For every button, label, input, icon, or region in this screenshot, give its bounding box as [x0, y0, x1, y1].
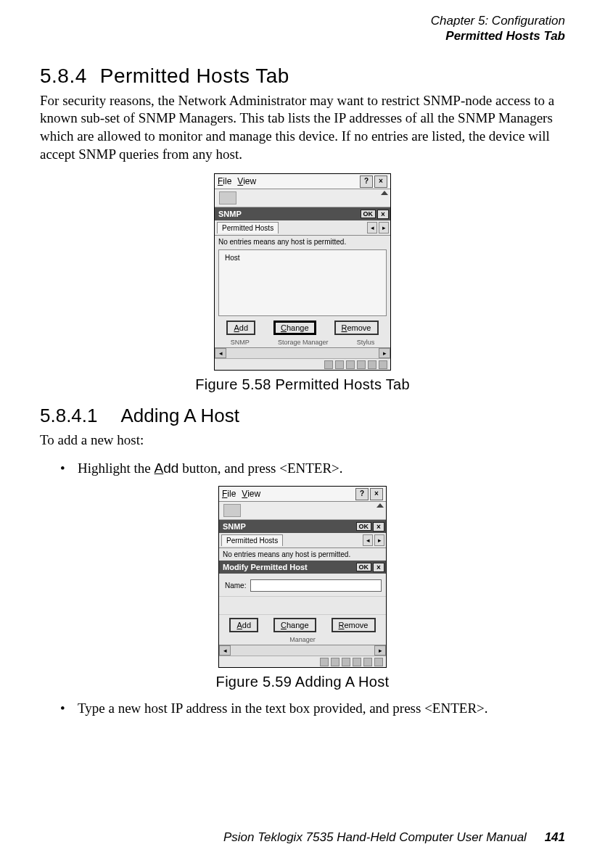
change-button[interactable]: Change — [273, 618, 316, 632]
bullet-1-post: button, and press <ENTER>. — [178, 460, 342, 476]
screenshot-window-a: File View ? × SNMP OK × Permitted Hosts … — [214, 173, 391, 371]
button-row: Add Change Remove — [215, 318, 390, 339]
screenshot-window-b: File View ? × SNMP OK × Permitted Hosts … — [218, 486, 387, 668]
help-icon[interactable]: ? — [355, 488, 369, 500]
name-row: Name: — [219, 574, 386, 596]
menubar: File View ? × — [215, 174, 390, 189]
help-icon[interactable]: ? — [360, 175, 373, 188]
hscroll-right-icon[interactable]: ▸ — [374, 645, 386, 656]
tab-permitted-hosts[interactable]: Permitted Hosts — [221, 534, 283, 546]
dialog-title-snmp: SNMP OK × — [219, 520, 386, 533]
bg-icon-snmp: SNMP — [231, 339, 250, 346]
figure-59: File View ? × SNMP OK × Permitted Hosts … — [40, 486, 565, 690]
remove-button[interactable]: Remove — [334, 321, 379, 335]
bullet-1-pre: Highlight the — [78, 460, 155, 476]
statusbar — [215, 358, 390, 370]
dialog-close-icon[interactable]: × — [377, 210, 389, 219]
status-icon — [353, 658, 361, 666]
hscroll-left-icon[interactable]: ◂ — [215, 348, 226, 358]
add-button[interactable]: Add — [229, 618, 258, 632]
bg-icon-stylus: Stylus — [357, 339, 375, 346]
dialog-title-modify: Modify Permitted Host OK × — [219, 561, 386, 574]
menubar: File View ? × — [219, 487, 386, 502]
status-icon — [342, 658, 350, 666]
status-icon — [357, 360, 366, 369]
bg-icons-row: SNMP Storage Manager Stylus — [215, 339, 390, 347]
ok-button[interactable]: OK — [361, 210, 376, 218]
subsection-heading: 5.8.4.1Adding A Host — [40, 405, 565, 427]
intro-line: To add a new host: — [40, 431, 565, 450]
footer-text: Psion Teklogix 7535 Hand-Held Computer U… — [223, 830, 527, 844]
tab-nav-left-icon[interactable]: ◂ — [363, 534, 373, 546]
dialog-title-snmp: SNMP OK × — [215, 207, 390, 220]
figure-caption: Figure 5.58 Permitted Hosts Tab — [40, 376, 565, 393]
add-button[interactable]: Add — [226, 321, 255, 335]
status-icon — [363, 658, 372, 666]
bullet-icon: • — [60, 699, 78, 719]
name-input[interactable] — [250, 579, 382, 592]
tab-nav-right-icon[interactable]: ▸ — [379, 222, 389, 233]
menu-file[interactable]: File — [222, 489, 236, 499]
subsection-title: Adding A Host — [121, 405, 239, 426]
page-header: Chapter 5: Configuration Permitted Hosts… — [40, 13, 565, 44]
statusbar — [219, 656, 386, 667]
header-chapter: Chapter 5: Configuration — [40, 13, 565, 28]
bg-icon-storage: Storage Manager — [278, 339, 329, 346]
hscrollbar[interactable]: ◂ ▸ — [215, 347, 390, 358]
hscroll-right-icon[interactable]: ▸ — [379, 348, 390, 358]
status-icon — [374, 658, 383, 666]
status-icon — [324, 360, 333, 369]
scroll-up-icon[interactable] — [381, 191, 388, 195]
dialog-title-text: SNMP — [223, 522, 246, 531]
header-section: Permitted Hosts Tab — [40, 28, 565, 44]
section-heading: 5.8.4Permitted Hosts Tab — [40, 65, 565, 88]
hscrollbar[interactable]: ◂ ▸ — [219, 645, 386, 656]
bullet-1: • Highlight the Add button, and press <E… — [60, 459, 565, 479]
tab-strip: Permitted Hosts ◂ ▸ — [215, 220, 390, 236]
menu-view[interactable]: View — [242, 489, 260, 499]
status-icon — [320, 658, 329, 666]
spacer — [219, 596, 386, 615]
section-paragraph: For security reasons, the Network Admini… — [40, 92, 565, 164]
remove-button[interactable]: Remove — [332, 618, 376, 632]
dialog-close-icon[interactable]: × — [373, 522, 384, 532]
figure-58: File View ? × SNMP OK × Permitted Hosts … — [40, 173, 565, 393]
close-icon[interactable]: × — [370, 488, 383, 500]
ok-button[interactable]: OK — [356, 522, 372, 531]
ok-button[interactable]: OK — [356, 563, 372, 571]
status-icon — [335, 360, 344, 369]
bg-icons-row: Manager — [219, 636, 386, 645]
change-button[interactable]: Change — [273, 321, 316, 335]
tab-nav-left-icon[interactable]: ◂ — [367, 222, 377, 233]
host-group-label: Host — [223, 254, 242, 262]
section-number: 5.8.4 — [40, 65, 87, 87]
tab-strip: Permitted Hosts ◂ ▸ — [219, 533, 386, 548]
scroll-up-icon[interactable] — [376, 503, 384, 508]
host-group: Host — [218, 249, 387, 316]
subsection-number: 5.8.4.1 — [40, 405, 98, 426]
section-title: Permitted Hosts Tab — [100, 65, 289, 87]
figure-caption: Figure 5.59 Adding A Host — [40, 674, 565, 690]
dialog-close-icon[interactable]: × — [373, 563, 384, 572]
name-label: Name: — [225, 582, 246, 590]
dialog-title-text: Modify Permitted Host — [223, 563, 308, 571]
dialog-title-text: SNMP — [218, 210, 242, 218]
toolbar — [215, 189, 390, 207]
add-inline: Add — [155, 460, 179, 476]
toolbar — [219, 502, 386, 520]
status-icon — [368, 360, 376, 369]
tab-nav-right-icon[interactable]: ▸ — [374, 534, 384, 546]
tab-permitted-hosts[interactable]: Permitted Hosts — [217, 222, 279, 233]
button-row: Add Change Remove — [219, 615, 386, 636]
page-footer: Psion Teklogix 7535 Hand-Held Computer U… — [223, 830, 565, 845]
status-icon — [331, 658, 339, 666]
close-icon[interactable]: × — [374, 175, 387, 188]
hint-text: No entries means any host is permitted. — [215, 236, 390, 248]
hscroll-left-icon[interactable]: ◂ — [219, 645, 231, 656]
page-number: 141 — [545, 830, 565, 844]
bullet-2: • Type a new host IP address in the text… — [60, 699, 565, 719]
bg-icon-storage: Manager — [289, 636, 316, 643]
menu-file[interactable]: File — [218, 176, 231, 186]
menu-view[interactable]: View — [237, 176, 256, 186]
status-icon — [346, 360, 355, 369]
